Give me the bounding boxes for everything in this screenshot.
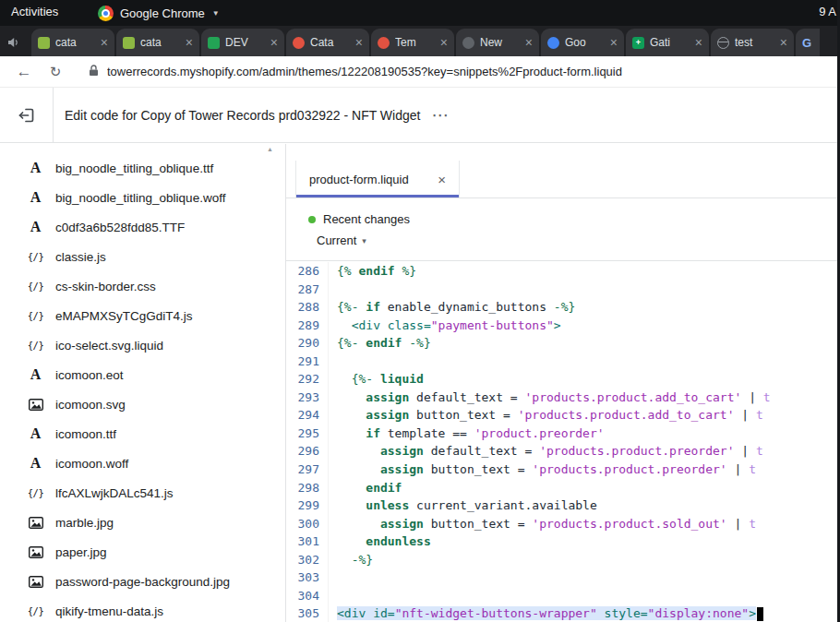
browser-tab[interactable]: Tem× <box>371 29 454 56</box>
code-line[interactable]: 296 assign default_text = 'products.prod… <box>286 442 840 461</box>
file-name: icomoon.eot <box>55 368 124 382</box>
browser-tab[interactable]: test× <box>711 29 794 56</box>
tab-close-icon[interactable]: × <box>695 36 702 49</box>
back-button[interactable]: ← <box>15 63 33 81</box>
code-line-text <box>329 568 840 587</box>
google-g-icon: G <box>802 37 811 49</box>
code-line-text: <div id="nft-widget-buttons-wrapper" sty… <box>329 604 840 622</box>
file-item[interactable]: Abig_noodle_titling_oblique.ttf <box>0 153 285 183</box>
file-item[interactable]: {/}classie.js <box>0 242 285 271</box>
browser-tab[interactable]: DEV× <box>201 29 284 56</box>
browser-tab[interactable]: cata× <box>116 29 199 56</box>
tab-close-icon[interactable]: × <box>186 36 193 49</box>
code-line[interactable]: 286{% endif %} <box>286 262 840 281</box>
file-item[interactable]: Aicomoon.eot <box>0 360 285 389</box>
line-number: 287 <box>286 281 329 299</box>
address-bar[interactable]: towerrecords.myshopify.com/admin/themes/… <box>89 65 622 79</box>
file-item-partial[interactable]: A <box>0 144 285 153</box>
browser-tab-title: cata <box>55 36 95 49</box>
image-file-icon <box>28 399 43 411</box>
file-item[interactable]: {/}eMAPMXSyTCgGdiT4.js <box>0 301 285 330</box>
editor-tab-product-form[interactable]: product-form.liquid × <box>295 161 460 197</box>
file-name: big_noodle_titling_oblique.woff <box>55 191 225 205</box>
file-item[interactable]: paper.jpg <box>0 537 285 567</box>
code-line[interactable]: 290{%- endif -%} <box>286 334 840 353</box>
code-line-text: assign button_text = 'products.product.a… <box>329 406 840 425</box>
file-item[interactable]: {/}lfcAXLwjkDALc541.js <box>0 478 285 508</box>
file-item[interactable]: password-page-background.jpg <box>0 567 285 596</box>
browser-tab[interactable]: G <box>796 29 820 56</box>
code-line[interactable]: 292 {%- liquid <box>286 370 840 389</box>
file-name: password-page-background.jpg <box>55 575 230 589</box>
font-file-icon: A <box>28 455 43 472</box>
code-line[interactable]: 299 unless current_variant.available <box>286 496 840 515</box>
browser-tab[interactable]: Cata× <box>286 29 369 56</box>
header-divider <box>53 88 54 142</box>
tab-close-icon[interactable]: × <box>355 36 363 49</box>
speaker-icon[interactable] <box>7 35 19 52</box>
page-header: Edit code for Copy of Tower Records prd0… <box>0 88 840 143</box>
browser-toolbar: ← ↻ towerrecords.myshopify.com/admin/the… <box>0 56 840 88</box>
file-item[interactable]: Abig_noodle_titling_oblique.woff <box>0 183 285 212</box>
code-file-icon: {/} <box>28 487 43 498</box>
browser-tab[interactable]: Goo× <box>541 29 624 56</box>
tab-close-icon[interactable]: × <box>101 36 108 49</box>
browser-tab[interactable]: +Gati× <box>626 29 709 56</box>
file-item[interactable]: {/}ico-select.svg.liquid <box>0 330 285 360</box>
code-line[interactable]: 304 <box>286 587 840 605</box>
browser-tab-title: Cata <box>310 36 350 49</box>
file-name: qikify-tmenu-data.js <box>55 604 163 618</box>
image-file-icon <box>28 576 43 588</box>
activities-button[interactable]: Activities <box>11 5 58 18</box>
file-item[interactable]: icomoon.svg <box>0 389 285 419</box>
file-list: AAbig_noodle_titling_oblique.ttfAbig_noo… <box>0 144 285 622</box>
exit-editor-button[interactable] <box>0 106 53 125</box>
code-line[interactable]: 303 <box>286 568 840 587</box>
code-line[interactable]: 302 -%} <box>286 551 840 569</box>
code-line[interactable]: 300 assign button_text = 'products.produ… <box>286 515 840 533</box>
code-line[interactable]: 294 assign button_text = 'products.produ… <box>286 406 840 425</box>
code-line[interactable]: 289 <div class="payment-buttons"> <box>286 317 840 335</box>
file-item[interactable]: marble.jpg <box>0 508 285 537</box>
line-number: 300 <box>286 515 329 533</box>
code-line[interactable]: 297 assign button_text = 'products.produ… <box>286 461 840 479</box>
code-line[interactable]: 293 assign default_text = 'products.prod… <box>286 389 840 407</box>
line-number: 286 <box>286 262 329 281</box>
code-line[interactable]: 287 <box>286 281 840 299</box>
file-name: c0df3a6b528fdd85.TTF <box>55 221 185 234</box>
browser-tab-title: DEV <box>225 36 265 49</box>
active-app-menu[interactable]: Google Chrome ▼ <box>98 0 220 26</box>
code-line-text: assign button_text = 'products.product.p… <box>329 461 840 479</box>
code-line[interactable]: 298 endif <box>286 479 840 497</box>
file-item[interactable]: Aicomoon.woff <box>0 449 285 478</box>
close-icon[interactable]: × <box>438 172 446 187</box>
tab-close-icon[interactable]: × <box>440 36 448 49</box>
tab-close-icon[interactable]: × <box>270 36 278 49</box>
file-item[interactable]: Aicomoon.ttf <box>0 419 285 449</box>
image-file-icon <box>28 546 43 558</box>
code-file-icon: {/} <box>28 340 43 351</box>
tab-close-icon[interactable]: × <box>780 36 787 49</box>
code-line-text: -%} <box>329 551 840 569</box>
code-line[interactable]: 295 if template == 'product.preorder' <box>286 425 840 443</box>
browser-tab-title: cata <box>140 36 180 49</box>
more-options-button[interactable]: ⋯ <box>431 104 449 126</box>
code-line[interactable]: 305<div id="nft-widget-buttons-wrapper" … <box>286 604 840 622</box>
clock[interactable]: 9 A <box>819 5 836 18</box>
version-dropdown[interactable]: Current ▾ <box>317 233 840 247</box>
browser-tab[interactable]: New× <box>456 29 539 56</box>
reload-button[interactable]: ↻ <box>46 64 65 80</box>
tab-close-icon[interactable]: × <box>525 36 533 49</box>
browser-tab[interactable]: cata× <box>31 29 114 56</box>
line-number: 297 <box>286 461 329 479</box>
file-item[interactable]: {/}cs-skin-border.css <box>0 271 285 301</box>
scrollbar-up-icon[interactable]: ▲ <box>267 146 273 152</box>
file-item[interactable]: {/}qikify-tmenu-data.js <box>0 596 285 622</box>
code-line[interactable]: 288{%- if enable_dynamic_buttons -%} <box>286 298 840 317</box>
file-item[interactable]: Ac0df3a6b528fdd85.TTF <box>0 212 285 242</box>
code-line-text <box>329 353 840 371</box>
code-line[interactable]: 301 endunless <box>286 532 840 551</box>
tab-close-icon[interactable]: × <box>610 36 618 49</box>
code-line[interactable]: 291 <box>286 353 840 371</box>
code-editor[interactable]: 286{% endif %}287288{%- if enable_dynami… <box>286 262 840 622</box>
